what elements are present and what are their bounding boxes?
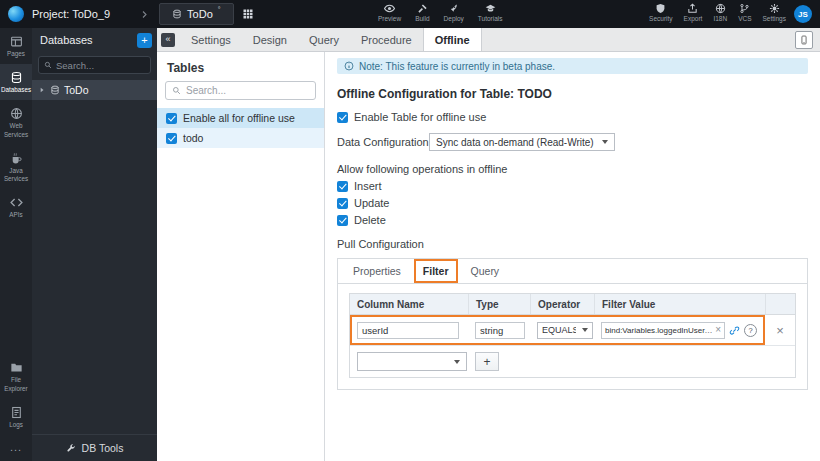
java-services-label: Java Services xyxy=(1,167,31,183)
databases-search-placeholder: Search... xyxy=(56,60,94,71)
new-column-select[interactable] xyxy=(357,352,467,371)
tree-expand-icon[interactable] xyxy=(38,86,46,94)
security-button[interactable]: Security xyxy=(649,3,672,22)
data-configuration-value: Sync data on-demand (Read-Write) xyxy=(436,137,596,148)
preview-button[interactable]: Preview xyxy=(378,3,401,22)
shield-icon xyxy=(655,3,666,14)
globe-icon xyxy=(715,3,726,14)
enable-all-checkbox[interactable] xyxy=(166,113,177,124)
filter-table-footer: + xyxy=(350,346,795,377)
vcs-button[interactable]: VCS xyxy=(738,3,751,22)
database-icon xyxy=(10,71,23,84)
more-options-icon[interactable]: ... xyxy=(0,435,32,461)
operation-row-update: Update xyxy=(337,197,808,209)
tab-settings[interactable]: Settings xyxy=(180,28,242,51)
export-button[interactable]: Export xyxy=(684,3,703,22)
filter-table-header: Column Name Type Operator Filter Value xyxy=(350,294,795,315)
help-icon[interactable]: ? xyxy=(744,324,757,337)
update-label: Update xyxy=(354,197,389,209)
wavemaker-studio-window: Project: ToDo_9 ToDo ° Preview Build Dep… xyxy=(0,0,820,461)
web-services-label: Web Services xyxy=(1,122,31,138)
tables-search-input[interactable]: Search... xyxy=(165,81,316,100)
tab-procedure[interactable]: Procedure xyxy=(350,28,423,51)
header-column-name: Column Name xyxy=(350,294,468,314)
editor-tab-strip: « Settings Design Query Procedure Offlin… xyxy=(157,28,820,52)
info-icon xyxy=(344,61,354,71)
hammer-icon xyxy=(417,3,428,14)
settings-button[interactable]: Settings xyxy=(763,3,787,22)
search-icon xyxy=(44,61,52,69)
workspace-grid-icon[interactable] xyxy=(242,8,254,20)
pull-configuration-tabs: Properties Filter Query xyxy=(338,259,807,284)
sidebar-item-web-services[interactable]: Web Services xyxy=(0,100,32,144)
operator-select[interactable]: EQUALS xyxy=(537,322,593,339)
cell-operator: EQUALS xyxy=(530,322,594,339)
header-right-actions: Security Export I18N VCS Settings xyxy=(649,3,786,22)
tables-search-placeholder: Search... xyxy=(186,85,226,96)
insert-label: Insert xyxy=(354,180,382,192)
workspace-tab[interactable]: ToDo ° xyxy=(159,3,234,25)
enable-all-offline-row[interactable]: Enable all for offline use xyxy=(157,108,324,128)
collapse-panel-button[interactable]: « xyxy=(161,33,175,47)
beta-notice-banner: Note: This feature is currently in beta … xyxy=(337,58,808,74)
sidebar-item-logs[interactable]: Logs xyxy=(0,399,32,435)
databases-search-input[interactable]: Search... xyxy=(38,56,151,74)
apis-icon xyxy=(10,196,23,209)
pull-configuration-label: Pull Configuration xyxy=(337,238,808,250)
table-row-todo[interactable]: todo xyxy=(157,128,324,148)
web-services-icon xyxy=(10,107,23,120)
export-icon xyxy=(687,3,698,14)
filter-value-text: bind:Variables.loggedInUser.data xyxy=(605,326,713,335)
i18n-button[interactable]: I18N xyxy=(713,3,727,22)
user-avatar[interactable]: JS xyxy=(794,5,812,23)
operation-row-insert: Insert xyxy=(337,180,808,192)
tab-properties[interactable]: Properties xyxy=(344,259,410,283)
tab-offline[interactable]: Offline xyxy=(423,28,482,51)
add-filter-row-button[interactable]: + xyxy=(475,352,499,371)
sidebar-item-apis[interactable]: APIs xyxy=(0,189,32,225)
gear-icon xyxy=(769,3,780,14)
tab-pull-query[interactable]: Query xyxy=(462,259,509,283)
workspace-tab-label: ToDo xyxy=(187,8,213,20)
pages-icon xyxy=(10,35,23,48)
data-configuration-select[interactable]: Sync data on-demand (Read-Write) xyxy=(429,133,615,151)
chevron-right-icon xyxy=(140,10,149,19)
enable-table-checkbox[interactable] xyxy=(337,112,348,123)
java-cup-icon xyxy=(10,152,23,165)
tab-filter[interactable]: Filter xyxy=(414,259,458,283)
chevron-down-icon xyxy=(582,328,588,332)
graduation-cap-icon xyxy=(485,3,496,14)
tab-design[interactable]: Design xyxy=(242,28,298,51)
sidebar-item-databases[interactable]: Databases xyxy=(0,64,32,100)
bind-link-icon[interactable] xyxy=(729,325,740,336)
delete-checkbox[interactable] xyxy=(337,215,348,226)
data-configuration-row: Data Configuration Sync data on-demand (… xyxy=(337,133,808,151)
device-preview-button[interactable] xyxy=(795,31,813,49)
update-checkbox[interactable] xyxy=(337,198,348,209)
sidebar-item-file-explorer[interactable]: File Explorer xyxy=(0,354,32,398)
tree-item-todo-database[interactable]: ToDo xyxy=(32,80,157,100)
tab-query[interactable]: Query xyxy=(298,28,350,51)
sidebar-item-java-services[interactable]: Java Services xyxy=(0,145,32,189)
sidebar-item-pages[interactable]: Pages xyxy=(0,28,32,64)
insert-checkbox[interactable] xyxy=(337,181,348,192)
build-button[interactable]: Build xyxy=(415,3,429,22)
deploy-button[interactable]: Deploy xyxy=(444,3,464,22)
data-configuration-label: Data Configuration xyxy=(337,136,429,148)
databases-panel: Databases + Search... ToDo DB Tools xyxy=(32,28,157,461)
tutorials-button[interactable]: Tutorials xyxy=(478,3,503,22)
db-tools-button[interactable]: DB Tools xyxy=(32,434,157,461)
type-input[interactable]: string xyxy=(475,322,525,339)
delete-row-icon[interactable]: × xyxy=(765,323,795,338)
column-name-input[interactable]: userId xyxy=(357,322,459,339)
app-logo-icon[interactable] xyxy=(8,6,24,22)
add-database-button[interactable]: + xyxy=(137,33,152,48)
database-icon xyxy=(172,9,182,19)
db-tools-label: DB Tools xyxy=(82,442,124,454)
filter-value-input[interactable]: bind:Variables.loggedInUser.data × xyxy=(601,322,725,339)
databases-panel-title: Databases xyxy=(40,34,133,46)
clear-value-icon[interactable]: × xyxy=(715,325,721,335)
chevron-down-icon xyxy=(454,360,460,364)
cell-type: string xyxy=(468,322,530,339)
todo-table-checkbox[interactable] xyxy=(166,133,177,144)
